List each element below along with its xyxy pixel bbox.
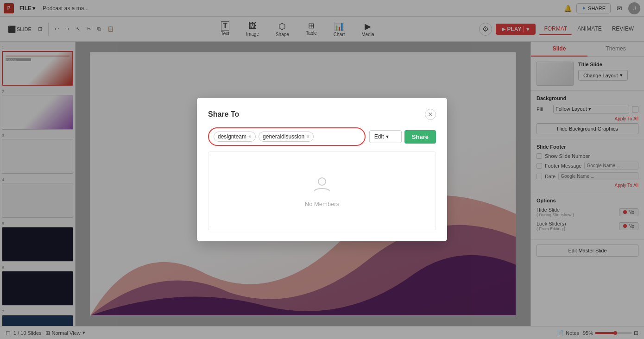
share-tags-container[interactable]: designteam × generaldisussion × bbox=[208, 127, 366, 146]
share-tag-0: designteam × bbox=[214, 132, 256, 142]
modal-close-btn[interactable]: × bbox=[425, 109, 436, 120]
permission-dropdown-arrow: ▾ bbox=[386, 133, 389, 140]
share-tag-1: generaldisussion × bbox=[259, 132, 314, 142]
share-input-right: Edit ▾ Share bbox=[369, 130, 436, 144]
no-members-icon bbox=[313, 175, 331, 197]
share-confirm-btn[interactable]: Share bbox=[404, 130, 436, 144]
share-tag-0-close[interactable]: × bbox=[248, 134, 252, 139]
modal-title: Share To bbox=[208, 110, 239, 119]
share-tag-1-close[interactable]: × bbox=[306, 134, 309, 139]
share-input-row: designteam × generaldisussion × Edit ▾ S… bbox=[208, 127, 436, 146]
modal-overlay: Share To × designteam × generaldisussion… bbox=[0, 0, 644, 339]
share-modal: Share To × designteam × generaldisussion… bbox=[197, 98, 447, 241]
no-members-text: No Members bbox=[305, 201, 339, 207]
members-area: No Members bbox=[208, 151, 436, 230]
svg-point-0 bbox=[318, 178, 326, 185]
modal-header: Share To × bbox=[208, 109, 436, 120]
permission-select[interactable]: Edit ▾ bbox=[369, 130, 402, 143]
